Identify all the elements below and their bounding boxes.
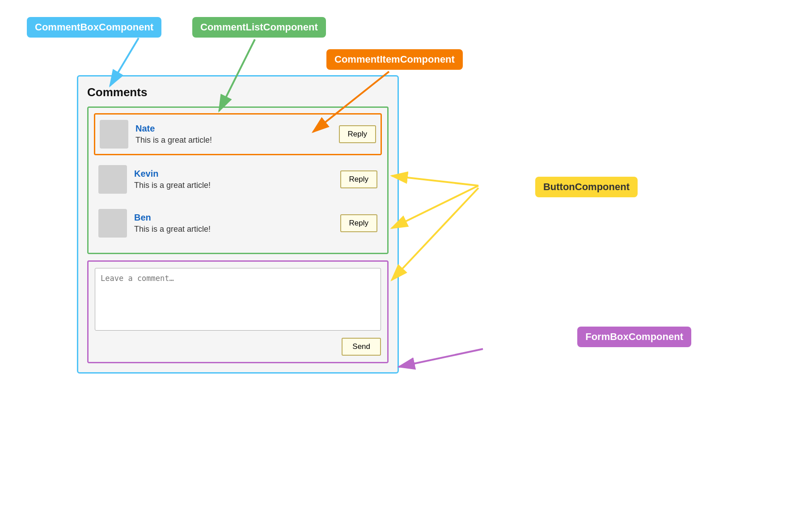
comment-list-label: CommentListComponent bbox=[192, 17, 326, 38]
svg-line-8 bbox=[392, 176, 478, 186]
avatar-kevin bbox=[98, 165, 127, 194]
comment-item-nate: Nate This is a great article! Reply bbox=[94, 113, 382, 155]
comment-content-ben: Ben This is a great article! bbox=[134, 212, 335, 234]
comment-author-kevin: Kevin bbox=[134, 169, 335, 179]
reply-button-kevin[interactable]: Reply bbox=[340, 170, 377, 188]
comment-content-nate: Nate This is a great article! bbox=[135, 123, 334, 145]
reply-button-ben[interactable]: Reply bbox=[340, 214, 377, 232]
comment-item-kevin: Kevin This is a great article! Reply bbox=[94, 160, 382, 199]
svg-line-11 bbox=[399, 349, 483, 367]
formbox-label: FormBoxComponent bbox=[577, 327, 691, 347]
form-send-row: Send bbox=[95, 338, 381, 356]
comments-heading: Comments bbox=[87, 85, 389, 99]
comment-author-nate: Nate bbox=[135, 123, 334, 134]
comment-text-nate: This is a great article! bbox=[135, 136, 334, 145]
comment-content-kevin: Kevin This is a great article! bbox=[134, 169, 335, 190]
comment-box-label: CommentBoxComponent bbox=[27, 17, 161, 38]
comment-item-label: CommentItemComponent bbox=[326, 49, 463, 70]
button-component-label: ButtonComponent bbox=[535, 177, 638, 197]
comment-list-component: Nate This is a great article! Reply Kevi… bbox=[87, 106, 389, 254]
svg-line-9 bbox=[392, 186, 478, 228]
reply-button-nate[interactable]: Reply bbox=[339, 125, 376, 143]
avatar-ben bbox=[98, 209, 127, 238]
svg-line-10 bbox=[392, 188, 478, 280]
comment-box-component: Comments Nate This is a great article! R… bbox=[77, 75, 399, 374]
comment-text-kevin: This is a great article! bbox=[134, 181, 335, 190]
comment-item-ben: Ben This is a great article! Reply bbox=[94, 204, 382, 243]
send-button[interactable]: Send bbox=[342, 338, 381, 356]
comment-textarea[interactable] bbox=[95, 268, 381, 331]
avatar-nate bbox=[100, 120, 128, 149]
comment-author-ben: Ben bbox=[134, 212, 335, 223]
form-box-component: Send bbox=[87, 260, 389, 363]
comment-text-ben: This is a great article! bbox=[134, 225, 335, 234]
